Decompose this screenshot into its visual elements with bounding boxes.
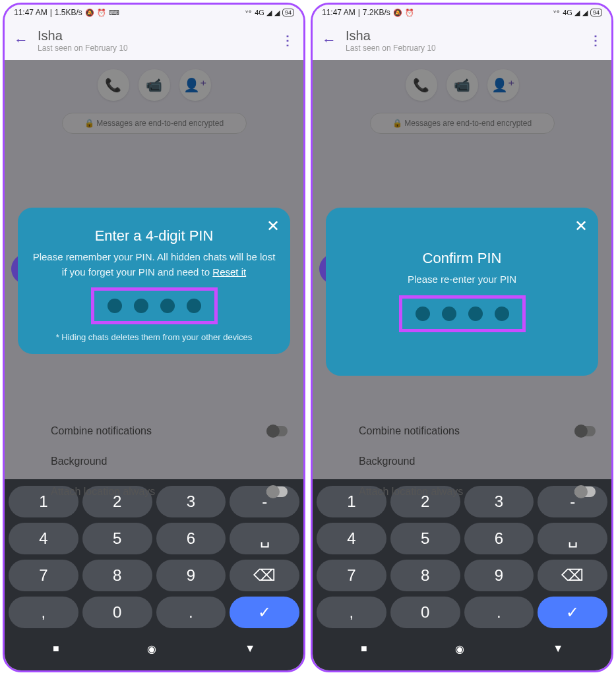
- pin-dot: [187, 299, 201, 313]
- key-confirm[interactable]: ✓: [538, 597, 607, 628]
- battery-indicator: 94: [590, 9, 602, 16]
- chat-header: ← Isha Last seen on February 10 ⋮: [313, 20, 611, 60]
- back-button[interactable]: ←: [322, 32, 336, 49]
- pin-dot: [442, 307, 456, 321]
- nav-recent-icon[interactable]: ■: [361, 643, 367, 655]
- pin-input-highlight[interactable]: [91, 287, 218, 324]
- phone-screen-1: 11:47 AM | 1.5KB/s 🔕 ⏰ ⌨ ᵛᵒ 4G ◢ ◢ 94 ← …: [3, 3, 305, 672]
- dialog-footnote: * Hiding chats deletes them from your ot…: [32, 332, 276, 342]
- pin-dot: [160, 299, 175, 313]
- chat-body: 📞 📹 👤⁺ 🔒 Messages are end-to-end encrypt…: [313, 60, 611, 479]
- pin-dot: [108, 299, 122, 313]
- key-period[interactable]: .: [464, 597, 534, 628]
- reset-link[interactable]: Reset it: [212, 266, 246, 278]
- key-confirm[interactable]: ✓: [230, 597, 299, 628]
- nav-back-icon[interactable]: ▼: [245, 643, 255, 655]
- pin-dialog-confirm: ✕ Confirm PIN Please re-enter your PIN: [326, 208, 598, 376]
- battery-indicator: 94: [282, 9, 294, 16]
- last-seen: Last seen on February 10: [346, 44, 580, 53]
- key-8[interactable]: 8: [390, 560, 460, 591]
- pin-dot: [416, 307, 430, 321]
- dnd-icon: 🔕: [393, 9, 402, 17]
- key-space[interactable]: ␣: [538, 523, 607, 554]
- contact-name: Isha: [346, 28, 580, 44]
- alarm-icon: ⏰: [97, 9, 106, 17]
- key-0[interactable]: 0: [390, 597, 460, 628]
- volte-icon: ᵛᵒ: [553, 9, 560, 17]
- numeric-keypad: 1 2 3 - 4 5 6 ␣ 7 8 9 ⌫ , 0 . ✓ ■ ◉ ▼: [5, 479, 303, 670]
- key-6[interactable]: 6: [156, 523, 226, 554]
- close-icon[interactable]: ✕: [266, 217, 280, 235]
- status-bar: 11:47 AM | 7.2KB/s 🔕 ⏰ ᵛᵒ 4G ◢ ◢ 94: [313, 5, 611, 20]
- pin-dot: [468, 307, 483, 321]
- pin-dialog: ✕ Enter a 4-digit PIN Please remember yo…: [18, 208, 290, 354]
- alarm-icon: ⏰: [405, 9, 414, 17]
- status-bar: 11:47 AM | 1.5KB/s 🔕 ⏰ ⌨ ᵛᵒ 4G ◢ ◢ 94: [5, 5, 303, 20]
- toggle-switch[interactable]: [574, 486, 596, 497]
- numeric-keypad: 1 2 3 - 4 5 6 ␣ 7 8 9 ⌫ , 0 . ✓ ■ ◉ ▼: [313, 479, 611, 670]
- setting-label: Attach location always: [51, 486, 155, 498]
- chat-header: ← Isha Last seen on February 10 ⋮: [5, 20, 303, 60]
- key-9[interactable]: 9: [156, 560, 226, 591]
- pin-dot: [134, 299, 148, 313]
- nav-back-icon[interactable]: ▼: [553, 643, 563, 655]
- key-9[interactable]: 9: [464, 560, 534, 591]
- nav-recent-icon[interactable]: ■: [53, 643, 59, 655]
- dialog-description: Please re-enter your PIN: [340, 272, 584, 287]
- phone-screen-2: 11:47 AM | 7.2KB/s 🔕 ⏰ ᵛᵒ 4G ◢ ◢ 94 ← Is…: [311, 3, 613, 672]
- android-navbar: ■ ◉ ▼: [317, 633, 607, 664]
- key-space[interactable]: ␣: [230, 523, 299, 554]
- contact-name: Isha: [38, 28, 272, 44]
- key-4[interactable]: 4: [317, 523, 386, 554]
- key-comma[interactable]: ,: [317, 597, 386, 628]
- status-time: 11:47 AM: [322, 8, 355, 17]
- status-speed: 1.5KB/s: [55, 8, 82, 17]
- key-6[interactable]: 6: [464, 523, 534, 554]
- network-icon: 4G ◢: [563, 9, 580, 17]
- nav-home-icon[interactable]: ◉: [455, 643, 464, 655]
- key-5[interactable]: 5: [390, 523, 460, 554]
- dialog-description: Please remember your PIN. All hidden cha…: [32, 250, 276, 279]
- pin-input-highlight[interactable]: [399, 295, 526, 332]
- setting-attach-location[interactable]: Attach location always: [51, 477, 303, 507]
- signal-icon: ◢: [582, 9, 588, 17]
- key-0[interactable]: 0: [82, 597, 152, 628]
- close-icon[interactable]: ✕: [574, 217, 588, 235]
- dialog-title: Enter a 4-digit PIN: [32, 227, 276, 245]
- setting-attach-location[interactable]: Attach location always: [359, 477, 611, 507]
- key-period[interactable]: .: [156, 597, 226, 628]
- setting-label: Attach location always: [359, 486, 463, 498]
- signal-icon: ◢: [274, 9, 280, 17]
- key-8[interactable]: 8: [82, 560, 152, 591]
- toggle-switch[interactable]: [266, 486, 288, 497]
- network-icon: 4G ◢: [255, 9, 272, 17]
- dialog-title: Confirm PIN: [340, 250, 584, 267]
- nav-home-icon[interactable]: ◉: [147, 643, 156, 655]
- more-options-button[interactable]: ⋮: [281, 32, 294, 48]
- pin-dot: [495, 307, 509, 321]
- volte-icon: ᵛᵒ: [245, 9, 252, 17]
- status-speed: 7.2KB/s: [363, 8, 390, 17]
- dnd-icon: 🔕: [85, 9, 94, 17]
- key-4[interactable]: 4: [9, 523, 78, 554]
- back-button[interactable]: ←: [14, 32, 28, 49]
- status-time: 11:47 AM: [14, 8, 47, 17]
- key-7[interactable]: 7: [317, 560, 386, 591]
- android-navbar: ■ ◉ ▼: [9, 633, 299, 664]
- keyboard-icon: ⌨: [109, 9, 119, 17]
- more-options-button[interactable]: ⋮: [589, 32, 602, 48]
- key-5[interactable]: 5: [82, 523, 152, 554]
- chat-body: 📞 📹 👤⁺ 🔒 Messages are end-to-end encrypt…: [5, 60, 303, 479]
- last-seen: Last seen on February 10: [38, 44, 272, 53]
- key-comma[interactable]: ,: [9, 597, 78, 628]
- key-backspace[interactable]: ⌫: [230, 560, 299, 591]
- key-7[interactable]: 7: [9, 560, 78, 591]
- key-backspace[interactable]: ⌫: [538, 560, 607, 591]
